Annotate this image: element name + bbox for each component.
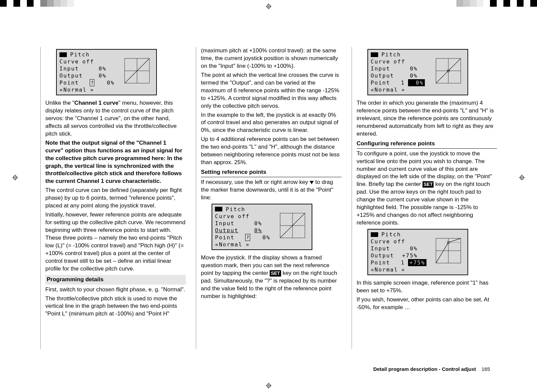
curve-graph: [432, 57, 465, 85]
output-label: Output: [371, 72, 398, 80]
phase-arrow: »: [90, 86, 94, 94]
registration-mark-icon: [12, 175, 18, 181]
subheading: Programming details: [45, 275, 186, 285]
screen-title: Pitch: [70, 51, 90, 58]
point-label: Point: [371, 259, 398, 266]
calibration-bar-right: [456, 0, 537, 7]
body-text: The throttle/collective pitch stick is u…: [45, 295, 186, 318]
body-text: The order in which you generate the (max…: [357, 99, 497, 138]
footer-title: Detail program description - Control adj…: [373, 366, 476, 372]
body-text: If you wish, however, other points can a…: [357, 296, 497, 311]
screen-title: Pitch: [226, 206, 245, 213]
body-text: In this sample screen image, reference p…: [357, 279, 497, 295]
page-body: Pitch Curveoff Input0% Output0% Point?0%…: [40, 47, 497, 349]
page-number: 165: [482, 366, 490, 372]
set-key-icon: SET: [422, 181, 434, 188]
curve-icon: [59, 52, 67, 57]
body-text: Initially, however, fewer reference poin…: [45, 211, 186, 273]
phase-arrow: »: [401, 266, 405, 274]
point-marker: ?: [90, 79, 94, 86]
curve-state: off: [394, 238, 405, 245]
calibration-bar-left: [0, 0, 81, 7]
curve-graph: [276, 212, 309, 239]
input-value: 0%: [245, 220, 262, 227]
curve-state: off: [238, 213, 250, 220]
point-label: Point: [371, 79, 398, 87]
body-text: Move the joystick. If the display shows …: [201, 254, 341, 300]
input-label: Input: [371, 245, 398, 252]
body-text: Up to 4 additional reference points can …: [201, 136, 341, 166]
curve-graph: [432, 237, 465, 264]
output-value: 0%: [245, 227, 262, 234]
page-footer: Detail program description - Control adj…: [373, 366, 490, 372]
curve-state: off: [394, 58, 405, 65]
screen-title: Pitch: [382, 231, 401, 238]
point-value: 0%: [98, 79, 115, 87]
phase-label: «Normal: [371, 86, 398, 94]
body-text-bold: Note that the output signal of the "Chan…: [45, 139, 186, 186]
lcd-screen-1: Pitch Curveoff Input0% Output0% Point?0%…: [56, 49, 157, 95]
curve-icon: [371, 232, 378, 237]
body-text: First, switch to your chosen flight phas…: [45, 286, 186, 294]
column-3: Pitch Curveoff Input0% Output0% Point10%…: [352, 47, 497, 349]
output-value: 0%: [90, 72, 106, 80]
input-label: Input: [371, 65, 398, 72]
subheading: Setting reference points: [201, 168, 341, 177]
body-text: Unlike the "Channel 1 curve" menu, howev…: [45, 99, 186, 138]
output-label: Output: [371, 252, 398, 259]
down-arrow-icon: [310, 181, 314, 184]
point-value: 0%: [254, 234, 270, 241]
point-value: 0%: [408, 79, 425, 87]
lcd-screen-2: Pitch Curveoff Input0% Output0% Point?0%…: [212, 204, 312, 250]
body-text: (maximum pitch at +100% control travel):…: [201, 47, 341, 70]
lcd-screen-4: Pitch Curveoff Input0% Output+75% Point1…: [367, 229, 468, 275]
curve-state: off: [82, 58, 94, 65]
point-marker: ?: [245, 234, 250, 241]
curve-label: Curve: [215, 213, 234, 220]
phase-label: «Normal: [59, 86, 87, 94]
output-label: Output: [59, 72, 86, 80]
phase-label: «Normal: [215, 241, 242, 248]
point-label: Point: [59, 79, 86, 87]
curve-graph: [121, 57, 153, 85]
phase-label: «Normal: [371, 266, 398, 274]
curve-label: Curve: [59, 58, 79, 65]
input-value: 0%: [90, 65, 106, 72]
set-key-icon: SET: [270, 270, 281, 277]
point-label: Point: [215, 234, 242, 241]
output-value: +75%: [401, 252, 418, 259]
screen-title: Pitch: [382, 51, 401, 58]
curve-label: Curve: [371, 238, 390, 245]
column-2: (maximum pitch at +100% control travel):…: [196, 47, 341, 349]
curve-icon: [215, 207, 222, 211]
body-text: The control curve can be defined (separa…: [45, 187, 186, 210]
input-label: Input: [215, 220, 242, 227]
point-marker: 1: [401, 259, 405, 266]
body-text: If necessary, use the left or right arro…: [201, 179, 341, 202]
column-1: Pitch Curveoff Input0% Output0% Point?0%…: [40, 47, 186, 349]
registration-mark-icon: [266, 3, 272, 9]
body-text: The point at which the vertical line cro…: [201, 71, 341, 110]
body-text: To configure a point, use the joystick t…: [357, 150, 497, 227]
registration-mark-icon: [266, 383, 272, 389]
phase-arrow: »: [401, 86, 405, 94]
registration-mark-icon: [519, 175, 525, 181]
input-value: 0%: [401, 245, 418, 252]
subheading: Configuring reference points: [357, 140, 497, 149]
curve-label: Curve: [371, 58, 390, 65]
curve-icon: [371, 52, 378, 57]
input-value: 0%: [401, 65, 418, 72]
output-value: 0%: [401, 72, 418, 80]
lcd-screen-3: Pitch Curveoff Input0% Output0% Point10%…: [367, 49, 468, 95]
phase-arrow: »: [246, 241, 250, 248]
point-value: +75%: [408, 259, 427, 266]
output-label: Output: [215, 227, 242, 234]
point-marker: 1: [401, 79, 405, 87]
body-text: In the example to the left, the joystick…: [201, 111, 341, 135]
input-label: Input: [59, 65, 86, 72]
